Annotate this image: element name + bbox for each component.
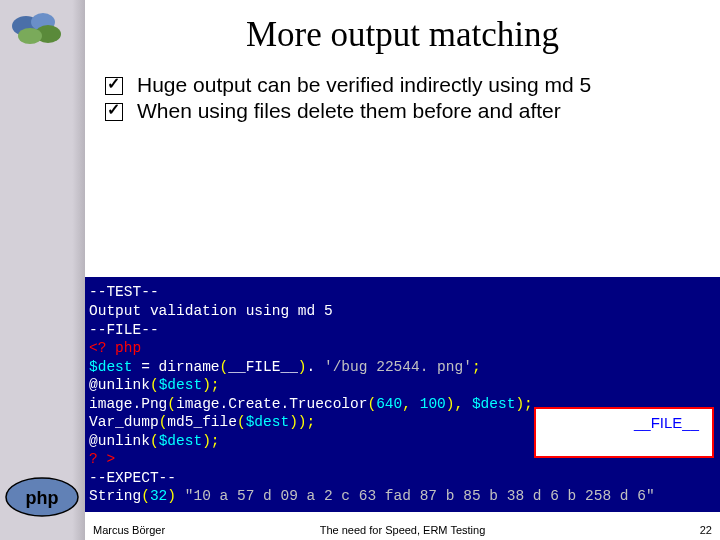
code-token: <? php xyxy=(89,340,141,356)
code-token: ) xyxy=(167,488,184,504)
bullet-text: Huge output can be verified indirectly u… xyxy=(137,73,591,97)
code-token: @unlink xyxy=(89,433,150,449)
bullet-text: When using files delete them before and … xyxy=(137,99,561,123)
code-token: String xyxy=(89,488,141,504)
footer: Marcus Börger The need for Speed, ERM Te… xyxy=(85,524,720,536)
bullet-item: When using files delete them before and … xyxy=(105,99,700,123)
callout-text: as temporary directory. xyxy=(548,434,700,451)
svg-point-3 xyxy=(18,28,42,44)
code-block: --TEST-- Output validation using md 5 --… xyxy=(85,277,720,512)
code-token: ) xyxy=(298,359,307,375)
code-line: --TEST-- xyxy=(89,284,159,300)
footer-page: 22 xyxy=(700,524,712,536)
code-token: ( xyxy=(150,433,159,449)
svg-text:php: php xyxy=(26,488,59,508)
code-token: ( xyxy=(141,488,150,504)
code-token: ( xyxy=(220,359,229,375)
code-token: ( xyxy=(237,414,246,430)
bullet-list: Huge output can be verified indirectly u… xyxy=(105,73,700,123)
code-token: ? > xyxy=(89,451,115,467)
callout-box: Use dirname(__FILE__) as temporary direc… xyxy=(534,407,714,458)
code-token: $dest xyxy=(472,396,516,412)
code-line: --EXPECT-- xyxy=(89,470,176,486)
checkbox-icon xyxy=(105,103,123,121)
code-token: 100 xyxy=(420,396,446,412)
code-token: image.Create.Truecolor xyxy=(176,396,367,412)
code-token: ( xyxy=(167,396,176,412)
code-token: = dirname xyxy=(133,359,220,375)
content-area: More output matching Huge output can be … xyxy=(85,0,720,540)
callout-text: Use dirname( xyxy=(544,414,634,431)
code-token: '/bug 22544. png' xyxy=(324,359,472,375)
code-token: 32 xyxy=(150,488,167,504)
slide: php More output matching Huge output can… xyxy=(0,0,720,540)
cloud-logo-icon xyxy=(8,8,68,48)
code-token: $dest xyxy=(89,359,133,375)
php-logo-icon: php xyxy=(4,476,80,518)
callout-text: __FILE__ xyxy=(634,414,699,431)
code-token: $dest xyxy=(159,377,203,393)
checkbox-icon xyxy=(105,77,123,95)
code-token: ); xyxy=(202,377,219,393)
sidebar: php xyxy=(0,0,85,540)
code-token: $dest xyxy=(246,414,290,430)
code-token: ( xyxy=(150,377,159,393)
code-token: , xyxy=(402,396,419,412)
code-token: md5_file xyxy=(167,414,237,430)
code-token: "10 a 57 d 09 a 2 c 63 fad 87 b 85 b 38 … xyxy=(185,488,655,504)
code-token: image.Png xyxy=(89,396,167,412)
code-line: --FILE-- xyxy=(89,322,159,338)
code-token: )); xyxy=(289,414,315,430)
code-token: ; xyxy=(472,359,481,375)
code-token: __FILE__ xyxy=(228,359,298,375)
code-token: ), xyxy=(446,396,472,412)
footer-author: Marcus Börger xyxy=(93,524,165,536)
bullet-item: Huge output can be verified indirectly u… xyxy=(105,73,700,97)
code-token: 640 xyxy=(376,396,402,412)
code-token: ( xyxy=(367,396,376,412)
code-token: . xyxy=(307,359,324,375)
footer-title: The need for Speed, ERM Testing xyxy=(320,524,486,536)
code-token: $dest xyxy=(159,433,203,449)
code-token: Var_dump xyxy=(89,414,159,430)
code-token: ); xyxy=(202,433,219,449)
code-token: @unlink xyxy=(89,377,150,393)
code-line: Output validation using md 5 xyxy=(89,303,333,319)
slide-title: More output matching xyxy=(105,15,700,55)
callout-text: ) xyxy=(699,414,704,431)
code-token: ); xyxy=(515,396,532,412)
